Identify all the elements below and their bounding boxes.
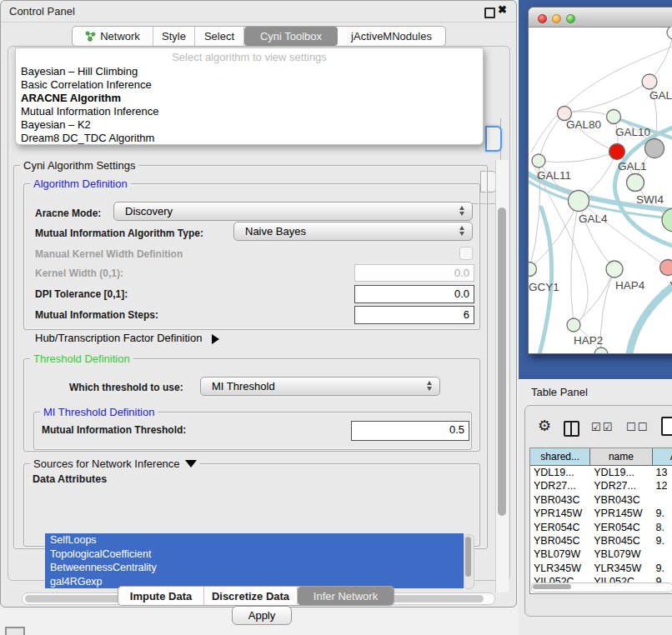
tab-cyni-toolbox[interactable]: Cyni Toolbox [244, 27, 338, 46]
table-row[interactable]: YBR045CYBR045C9. [530, 534, 672, 548]
table-row[interactable]: YPR145WYPR145W9. [530, 507, 672, 520]
node[interactable] [594, 348, 608, 354]
document-icon[interactable] [661, 417, 672, 436]
column-header[interactable]: A [653, 448, 672, 465]
mi-threshold-field[interactable]: 0.5 [351, 421, 469, 441]
expander-arrow-icon [212, 334, 219, 344]
algorithm-dropdown-placeholder: Select algorithm to view settings [16, 51, 483, 63]
tab-label: jActiveMNodules [351, 30, 432, 42]
tab-style[interactable]: Style [153, 27, 195, 46]
apply-button[interactable]: Apply [232, 606, 292, 625]
table-cell: YLR345W [590, 562, 652, 575]
attribute-item-selected[interactable]: BetweennessCentrality [45, 561, 464, 575]
algorithm-option[interactable]: Bayesian – Hill Climbing [19, 65, 479, 78]
node-gal4[interactable] [569, 191, 589, 212]
tab-network[interactable]: Network [73, 27, 153, 46]
table-cell: YBL079W [590, 548, 652, 561]
node-label: GAL [649, 89, 672, 102]
mi-steps-field[interactable]: 6 [354, 306, 474, 324]
tab-label: Infer Network [313, 590, 378, 602]
table-row[interactable]: YLR345WYLR345W9. [530, 562, 672, 575]
select-all-checkboxes-icon[interactable]: ☑☑ [591, 421, 614, 433]
attribute-item-selected[interactable]: TopologicalCoefficient [45, 548, 464, 562]
deselect-checkboxes-icon[interactable]: ☐☐ [626, 421, 649, 433]
close-window-icon[interactable]: ✖ [498, 3, 507, 16]
settings-vertical-scrollbar[interactable] [495, 160, 509, 592]
table-cell: YDR27... [590, 479, 652, 492]
node-gal10[interactable] [607, 110, 621, 124]
table-horizontal-scrollbar[interactable] [531, 582, 672, 592]
table-row[interactable]: YER054CYER054C8. [530, 521, 672, 534]
zoom-traffic-light-icon[interactable] [566, 14, 575, 23]
node-swi4[interactable] [627, 174, 644, 192]
node-label: GAL11 [537, 169, 571, 182]
algorithm-dropdown-popup: Select algorithm to view settings Bayesi… [15, 48, 484, 145]
node-gal11[interactable] [532, 154, 545, 168]
edge [574, 269, 614, 325]
algorithm-option[interactable]: Dream8 DC_TDC Algorithm [19, 132, 479, 145]
data-attributes-list[interactable]: SelfLoopsTopologicalCoefficientBetweenne… [45, 533, 464, 588]
table-cell: 13 [653, 466, 672, 479]
node[interactable] [645, 139, 664, 158]
table-cell: YDL19... [530, 466, 590, 479]
tab-impute-data[interactable]: Impute Data [118, 587, 204, 605]
sources-group-title[interactable]: Sources for Network Inference [30, 458, 200, 470]
dpi-tolerance-label: DPI Tolerance [0,1]: [35, 288, 128, 300]
dpi-tolerance-field[interactable]: 0.0 [354, 285, 474, 303]
node-hap4[interactable] [606, 261, 623, 278]
network-canvas[interactable]: GALGAL80GAL10GAL1GAL11SWI4GAL4GCY1HAP4YH… [529, 27, 672, 354]
gear-icon[interactable]: ⚙ [538, 418, 551, 433]
edge-highlighted [629, 282, 672, 354]
column-header[interactable]: name [590, 448, 652, 465]
edge [649, 32, 672, 82]
node-y[interactable] [660, 260, 672, 276]
minimize-traffic-light-icon[interactable] [552, 14, 561, 23]
mi-threshold-definition-title: MI Threshold Definition [40, 406, 158, 418]
hub-definition-label: Hub/Transcription Factor Definition [35, 332, 202, 344]
aracne-mode-label: Aracne Mode: [35, 208, 101, 219]
algorithm-option[interactable]: ARACNE Algorithm [19, 92, 479, 105]
column-header[interactable]: shared... [530, 448, 590, 465]
table-cell: YBL079W [530, 548, 590, 561]
tab-discretize-data[interactable]: Discretize Data [204, 587, 298, 605]
tab-label: Select [204, 30, 234, 42]
table-cell: YDL19... [590, 466, 652, 479]
collapsed-panel-chip[interactable] [5, 627, 25, 635]
tab-infer-network[interactable]: Infer Network [298, 587, 394, 605]
algorithm-option[interactable]: Basic Correlation Inference [19, 78, 479, 92]
table-row[interactable]: YDL19...YDL19...13 [530, 466, 672, 479]
edge [571, 201, 579, 325]
tab-select[interactable]: Select [195, 27, 244, 46]
stepper-arrows-icon [459, 226, 464, 236]
node-table: shared...nameA YDL19...YDL19...13YDR27..… [529, 448, 672, 594]
control-panel-titlebar[interactable]: Control Panel ✖ [1, 1, 516, 22]
close-traffic-light-icon[interactable] [538, 14, 547, 23]
table-row[interactable]: YBL079WYBL079W [530, 548, 672, 561]
node-gal[interactable] [642, 74, 657, 89]
table-cell: 8. [653, 521, 672, 534]
algorithm-option[interactable]: Bayesian – K2 [19, 118, 479, 132]
node-label: GCY1 [529, 281, 559, 293]
hub-definition-expander[interactable]: Hub/Transcription Factor Definition [35, 332, 219, 344]
node[interactable] [662, 208, 672, 232]
edge [564, 82, 649, 113]
node-gal1[interactable] [609, 144, 625, 160]
mi-algorithm-type-combo[interactable]: Naive Bayes [233, 222, 473, 241]
node-hap2[interactable] [567, 318, 580, 332]
attributes-scrollbar[interactable] [464, 534, 474, 589]
aracne-mode-combo[interactable]: Discovery [113, 202, 473, 221]
manual-kernel-width-checkbox[interactable] [459, 247, 473, 260]
restore-window-icon[interactable] [484, 8, 495, 18]
table-cell: 9. [653, 534, 672, 548]
table-row[interactable]: YDR27...YDR27...12 [530, 479, 672, 492]
split-columns-icon[interactable] [564, 421, 579, 437]
tab-jactivemnodules[interactable]: jActiveMNodules [338, 27, 445, 46]
algorithm-option[interactable]: Mutual Information Inference [19, 105, 479, 118]
node[interactable] [667, 27, 672, 39]
manual-kernel-width-label: Manual Kernel Width Definition [35, 248, 183, 260]
table-row[interactable]: YBR043CYBR043C [530, 493, 672, 507]
kernel-width-field[interactable]: 0.0 [354, 264, 474, 282]
which-threshold-combo[interactable]: MI Threshold [200, 377, 440, 396]
network-window-titlebar[interactable] [529, 8, 672, 28]
attribute-item-selected[interactable]: SelfLoops [45, 533, 464, 548]
